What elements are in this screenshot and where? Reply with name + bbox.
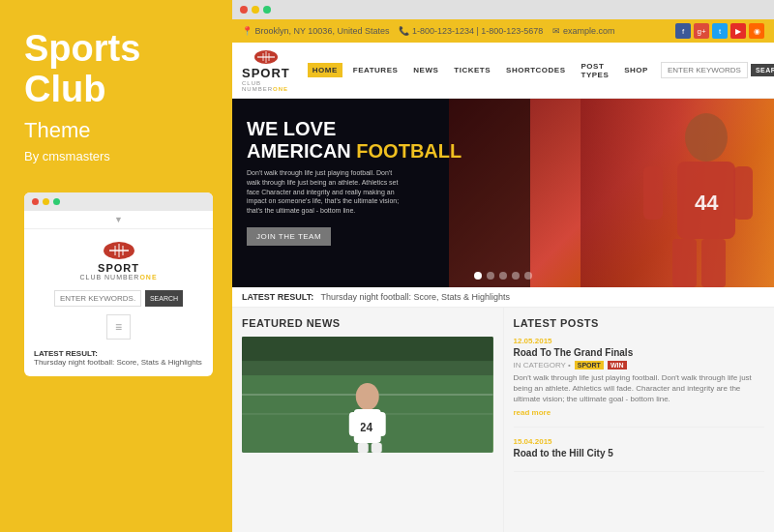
main-title: Sports Club (24, 29, 208, 110)
nav-news[interactable]: NEWS (408, 63, 443, 77)
mini-search-input[interactable] (54, 290, 141, 307)
latest-posts-section: LATEST POSTS 12.05.2015 Road To The Gran… (504, 308, 775, 532)
post-desc-1: Don't walk through life just playing foo… (514, 372, 765, 405)
post-tag-win: WIN (608, 361, 627, 369)
carousel-dot-2[interactable] (487, 272, 494, 280)
svg-rect-17 (733, 166, 753, 220)
author: By cmsmasters (24, 149, 208, 163)
left-panel: Sports Club Theme By cmsmasters ▼ (0, 0, 232, 532)
facebook-icon[interactable]: f (675, 23, 691, 39)
latest-posts-title: LATEST POSTS (514, 317, 765, 329)
nav-search-input[interactable] (661, 62, 748, 78)
mini-dot-green (53, 198, 60, 205)
youtube-icon[interactable]: ▶ (730, 23, 746, 39)
latest-result-bar: LATEST RESULT: Thursday night football: … (232, 287, 774, 308)
mini-menu-icon: ≡ (106, 314, 131, 340)
post-item-2: 15.04.2015 Road to the Hill City 5 (514, 437, 765, 472)
nav-shop[interactable]: SHOP (619, 63, 653, 77)
nav-logo-sub: CLUB NUMBERONE (242, 80, 290, 92)
post-tag-sport: SPORT (575, 361, 604, 369)
carousel-dot-3[interactable] (499, 272, 507, 280)
svg-rect-16 (643, 166, 663, 220)
player-image: 44 (580, 99, 774, 287)
info-bar: 📍 Brooklyn, NY 10036, United States 📞 1-… (232, 19, 774, 43)
svg-rect-29 (372, 443, 382, 453)
hero-american-football: AMERICAN FOOTBALL (247, 140, 461, 163)
post-date-1: 12.05.2015 (514, 337, 765, 345)
logo-football-icon (253, 48, 280, 66)
nav-menu: HOME FEATURES NEWS TICKETS SHORTCODES PO… (308, 59, 653, 82)
svg-text:24: 24 (360, 421, 373, 434)
hero-description: Don't walk through life just playing foo… (247, 168, 402, 216)
twitter-icon[interactable]: t (712, 23, 728, 39)
hero-we-love: WE LOVE (247, 118, 461, 140)
featured-news-image: 24 (242, 337, 493, 453)
hero-text: WE LOVE AMERICAN FOOTBALL Don't walk thr… (247, 118, 461, 246)
nav-logo-text: SPORT (242, 66, 290, 80)
social-icons: f g+ t ▶ ◉ (675, 23, 764, 39)
mini-titlebar (24, 192, 213, 211)
mini-dot-red (32, 198, 39, 205)
svg-rect-26 (349, 412, 361, 436)
site-logo: SPORT CLUB NUMBERONE (242, 48, 290, 92)
nav-search-button[interactable]: SEARCH (751, 64, 774, 76)
phone: 📞 1-800-123-1234 | 1-800-123-5678 (399, 26, 543, 36)
mini-logo-sport: SPORT (98, 262, 139, 274)
contact-info: 📍 Brooklyn, NY 10036, United States 📞 1-… (242, 26, 614, 36)
join-team-button[interactable]: JOIN THE TEAM (247, 227, 331, 246)
chrome-dot-green (263, 6, 271, 14)
mini-browser: ▼ SPORT CLUB NUMBERONE SEARCH (24, 192, 213, 376)
svg-point-23 (356, 383, 379, 410)
svg-rect-28 (358, 443, 369, 453)
window-chrome (232, 0, 774, 19)
nav-features[interactable]: FEATURES (348, 63, 403, 77)
nav-home[interactable]: HOME (308, 63, 342, 77)
post-title-2: Road to the Hill City 5 (514, 448, 765, 458)
mini-latest-result: LATEST RESULT: Thursday night football: … (34, 349, 203, 367)
hero-carousel-dots (474, 272, 532, 280)
mini-body: SPORT CLUB NUMBERONE SEARCH ≡ LATEST RES… (24, 229, 213, 376)
mini-dropdown: ▼ (24, 211, 213, 229)
email: ✉ example.com (552, 26, 614, 36)
post-meta-1: IN CATEGORY • SPORT WIN (514, 361, 765, 369)
post-read-more-1[interactable]: read more (514, 408, 765, 417)
chrome-dot-red (240, 6, 248, 14)
bottom-section: FEATURED NEWS 24 (232, 308, 774, 532)
svg-text:44: 44 (695, 191, 719, 215)
nav-search: SEARCH 🛒 (661, 61, 774, 79)
featured-news-section: FEATURED NEWS 24 (232, 308, 504, 532)
chrome-dot-yellow (252, 6, 259, 14)
post-item-1: 12.05.2015 Road To The Grand Finals IN C… (514, 337, 765, 428)
featured-image-svg: 24 (242, 337, 493, 453)
location: 📍 Brooklyn, NY 10036, United States (242, 26, 389, 36)
mini-logo-sub: CLUB NUMBERONE (79, 274, 157, 281)
hero-section: 44 WE LOVE AMERICAN FOOTBALL Don't walk … (232, 99, 774, 287)
googleplus-icon[interactable]: g+ (694, 23, 709, 39)
football-icon (102, 239, 136, 262)
nav-bar: SPORT CLUB NUMBERONE HOME FEATURES NEWS … (232, 43, 774, 99)
svg-point-11 (685, 113, 728, 162)
nav-shortcodes[interactable]: SHORTCODES (501, 63, 570, 77)
rss-icon[interactable]: ◉ (749, 23, 764, 39)
mini-dot-yellow (43, 198, 49, 205)
mini-search-row: SEARCH (54, 290, 183, 307)
latest-result-text: Thursday night football: Score, Stats & … (321, 292, 511, 302)
post-date-2: 15.04.2015 (514, 437, 765, 446)
main-browser: 📍 Brooklyn, NY 10036, United States 📞 1-… (232, 0, 774, 532)
svg-rect-14 (672, 239, 697, 287)
carousel-dot-5[interactable] (524, 272, 532, 280)
svg-rect-27 (374, 412, 386, 436)
post-title-1: Road To The Grand Finals (514, 347, 765, 358)
carousel-dot-1[interactable] (474, 272, 482, 280)
nav-tickets[interactable]: TICKETS (449, 63, 495, 77)
latest-result-label: LATEST RESULT: (242, 292, 313, 302)
mini-search-button[interactable]: SEARCH (145, 290, 183, 307)
svg-rect-22 (242, 337, 493, 361)
subtitle: Theme (24, 118, 208, 143)
mini-logo: SPORT CLUB NUMBERONE (79, 239, 157, 281)
svg-rect-15 (701, 239, 726, 287)
featured-news-title: FEATURED NEWS (242, 317, 493, 329)
nav-post-types[interactable]: POST TYPES (577, 59, 614, 82)
carousel-dot-4[interactable] (512, 272, 520, 280)
